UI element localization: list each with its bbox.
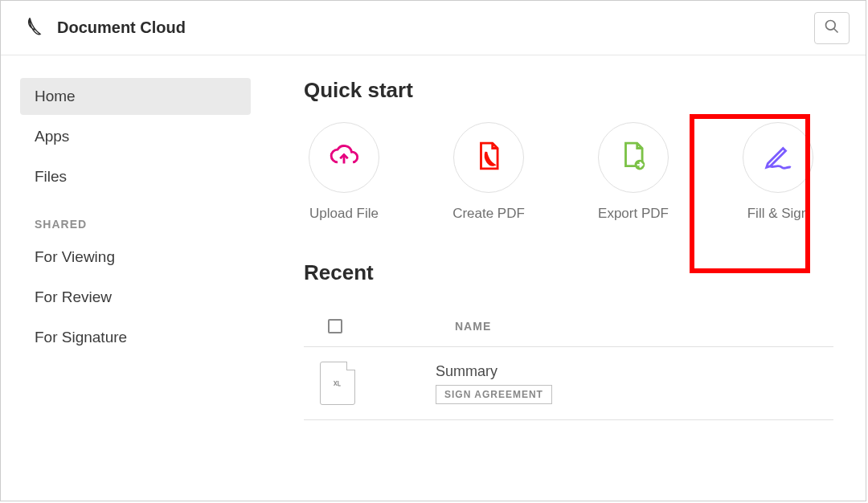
sidebar-item-for-viewing[interactable]: For Viewing [20, 239, 251, 276]
sidebar-item-label: Apps [35, 128, 69, 145]
quick-circle [453, 122, 524, 193]
header: Document Cloud [1, 1, 866, 55]
sidebar-section-shared: SHARED [20, 198, 251, 239]
acrobat-logo-icon [23, 15, 46, 41]
sidebar-item-home[interactable]: Home [20, 78, 251, 115]
sign-agreement-button[interactable]: SIGN AGREEMENT [436, 385, 552, 404]
xls-file-icon [320, 362, 355, 405]
sidebar-item-label: Home [35, 88, 76, 105]
quick-label: Export PDF [598, 206, 669, 222]
column-name: NAME [455, 320, 491, 333]
search-icon [824, 18, 840, 38]
recent-file-row[interactable]: Summary SIGN AGREEMENT [304, 347, 833, 420]
file-meta: Summary SIGN AGREEMENT [436, 363, 552, 404]
header-left: Document Cloud [23, 15, 186, 41]
export-file-icon [618, 141, 649, 174]
svg-point-0 [826, 20, 836, 30]
file-name: Summary [436, 363, 552, 380]
sidebar-item-for-review[interactable]: For Review [20, 279, 251, 316]
app-frame: Document Cloud Home Apps Files SHARED [0, 0, 866, 501]
sidebar-item-label: For Signature [35, 329, 127, 346]
quick-circle [598, 122, 669, 193]
pdf-file-icon [473, 141, 504, 174]
sign-pen-icon [763, 141, 793, 174]
quick-start-row: Upload File Create PDF [304, 122, 866, 222]
body: Home Apps Files SHARED For Viewing For R… [1, 55, 866, 501]
quick-item-upload-file[interactable]: Upload File [304, 122, 384, 222]
recent-heading: Recent [304, 260, 866, 285]
recent-table-header: NAME [304, 305, 833, 347]
quick-label: Fill & Sign [747, 206, 809, 222]
quick-circle [743, 122, 813, 193]
sidebar: Home Apps Files SHARED For Viewing For R… [1, 55, 270, 501]
sidebar-item-label: For Review [35, 288, 112, 306]
sidebar-item-label: For Viewing [35, 248, 115, 266]
search-button[interactable] [814, 12, 850, 44]
quick-start-heading: Quick start [304, 78, 866, 103]
quick-item-create-pdf[interactable]: Create PDF [448, 122, 529, 222]
sidebar-item-label: Files [35, 168, 67, 186]
quick-item-export-pdf[interactable]: Export PDF [593, 122, 674, 222]
sidebar-item-for-signature[interactable]: For Signature [20, 319, 251, 356]
quick-label: Create PDF [452, 206, 525, 222]
select-all-checkbox[interactable] [328, 319, 342, 333]
sidebar-item-apps[interactable]: Apps [20, 118, 251, 155]
sidebar-item-files[interactable]: Files [20, 158, 251, 195]
quick-circle [309, 122, 379, 193]
quick-item-fill-and-sign[interactable]: Fill & Sign [738, 122, 818, 222]
quick-label: Upload File [309, 206, 379, 222]
upload-cloud-icon [329, 141, 359, 174]
main-content: Quick start Upload File [270, 55, 866, 501]
app-title: Document Cloud [57, 18, 186, 37]
svg-line-1 [834, 28, 838, 32]
